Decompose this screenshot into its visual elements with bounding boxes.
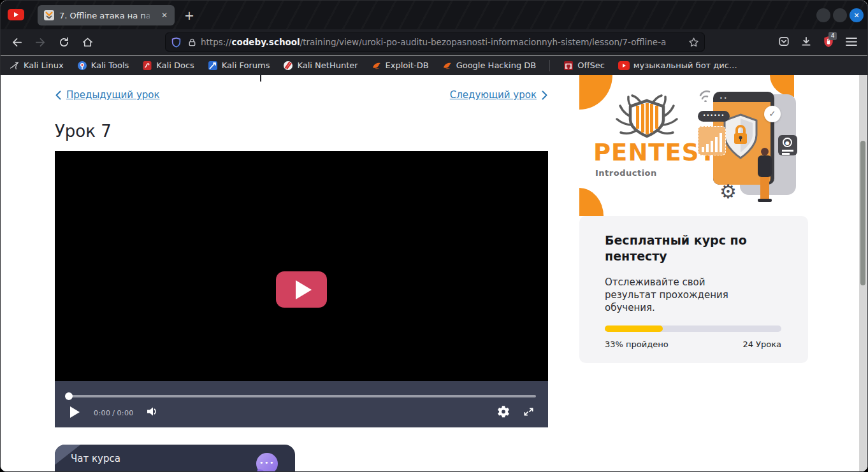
bookmark-kali-linux[interactable]: Kali Linux bbox=[10, 61, 64, 71]
course-progress-card: Бесплатный курс по пентесту Отслеживайте… bbox=[579, 216, 808, 363]
wifi-icon bbox=[698, 87, 714, 102]
bookmark-label: Kali NetHunter bbox=[297, 61, 358, 70]
url-text: https://codeby.school/training/view/urok… bbox=[201, 37, 666, 47]
time-current: 0:00 bbox=[94, 409, 110, 417]
banner-orange-corner-bottom-left bbox=[579, 188, 604, 216]
tab-title-fade bbox=[140, 10, 157, 21]
reload-button[interactable] bbox=[57, 35, 71, 49]
page-scrollbar-track[interactable] bbox=[859, 75, 867, 472]
lock-icon[interactable] bbox=[187, 38, 197, 47]
lesson-title: Урок 7 bbox=[55, 122, 112, 141]
bookmark-google-hacking-db[interactable]: Google Hacking DB bbox=[442, 61, 537, 71]
kali-docs-icon bbox=[142, 61, 152, 71]
kali-tools-icon bbox=[77, 61, 87, 71]
bookmarks-separator bbox=[549, 60, 550, 71]
bookmarks-bar: Kali Linux Kali Tools Kali Docs Kali For… bbox=[1, 55, 867, 75]
progress-fill bbox=[605, 325, 663, 332]
offsec-icon bbox=[563, 61, 574, 71]
video-seek-bar[interactable] bbox=[67, 395, 536, 397]
chat-bubble-tail bbox=[256, 469, 264, 472]
course-banner: PENTEST Introduction •• ✓ bbox=[579, 75, 808, 216]
next-lesson-link[interactable]: Следующий урок bbox=[450, 89, 548, 101]
kali-dragon-icon bbox=[10, 61, 20, 71]
new-tab-button[interactable]: + bbox=[182, 8, 196, 22]
bookmark-kali-docs[interactable]: Kali Docs bbox=[142, 61, 194, 71]
bookmark-star-icon[interactable] bbox=[688, 37, 699, 48]
course-chat-widget[interactable]: Чат курса ••• bbox=[55, 445, 295, 472]
fullscreen-button[interactable] bbox=[523, 406, 535, 418]
forward-button[interactable] bbox=[33, 35, 47, 49]
kali-nethunter-icon bbox=[283, 61, 293, 71]
bookmark-offsec[interactable]: OffSec bbox=[563, 61, 605, 71]
bookmark-label: музыкальный бот дис… bbox=[633, 61, 737, 70]
back-button[interactable] bbox=[10, 35, 24, 49]
browser-window: 7. Offline атака на пароли ✕ + ✕ bbox=[0, 0, 868, 472]
play-button[interactable] bbox=[70, 406, 80, 418]
time-total: 0:00 bbox=[117, 409, 133, 417]
downloads-icon[interactable] bbox=[800, 36, 812, 47]
bookmark-label: Kali Forums bbox=[222, 61, 270, 70]
home-button[interactable] bbox=[80, 35, 94, 49]
tracking-protection-shield-icon[interactable] bbox=[171, 37, 182, 48]
extension-icon[interactable]: 4 bbox=[823, 36, 834, 48]
video-player: 0:00/0:00 bbox=[55, 151, 548, 427]
bookmark-label: Google Hacking DB bbox=[456, 61, 537, 70]
next-lesson-label: Следующий урок bbox=[450, 89, 537, 101]
bookmark-kali-nethunter[interactable]: Kali NetHunter bbox=[283, 61, 358, 71]
url-fade bbox=[663, 36, 685, 49]
pocket-icon[interactable] bbox=[778, 36, 790, 47]
clipped-heading-descender bbox=[260, 75, 261, 82]
bookmark-music-bot[interactable]: музыкальный бот дис… bbox=[618, 61, 737, 70]
kali-forums-icon bbox=[208, 61, 218, 71]
chat-bubble-dots: ••• bbox=[256, 459, 278, 467]
bookmark-label: Exploit-DB bbox=[386, 61, 429, 70]
active-tab[interactable]: 7. Offline атака на пароли ✕ bbox=[38, 5, 175, 25]
lessons-count-label: 24 Урока bbox=[742, 340, 781, 349]
tab-bar: 7. Offline атака на пароли ✕ + ✕ bbox=[1, 1, 867, 29]
bookmark-kali-forums[interactable]: Kali Forums bbox=[208, 61, 270, 71]
person-figure bbox=[756, 148, 773, 206]
pentest-spider-logo-icon bbox=[610, 93, 684, 141]
video-seek-handle[interactable] bbox=[65, 392, 73, 400]
settings-gear-button[interactable] bbox=[497, 405, 510, 418]
bookmark-kali-tools[interactable]: Kali Tools bbox=[77, 61, 129, 71]
course-progress-labels: 33% пройдено 24 Урока bbox=[605, 340, 781, 349]
navigation-toolbar: https://codeby.school/training/view/urok… bbox=[1, 29, 867, 55]
prev-lesson-link[interactable]: Предыдущий урок bbox=[55, 89, 160, 101]
exploit-db-bird-icon bbox=[372, 61, 382, 71]
video-time: 0:00/0:00 bbox=[94, 409, 134, 417]
tab-close-button[interactable]: ✕ bbox=[158, 9, 171, 22]
chat-bubble-icon[interactable]: ••• bbox=[256, 453, 278, 472]
bar-chart-icon bbox=[698, 126, 726, 155]
url-host: codeby.school bbox=[231, 37, 300, 47]
youtube-icon bbox=[618, 61, 630, 70]
page-scrollbar-thumb[interactable] bbox=[860, 141, 865, 285]
banner-subtitle: Introduction bbox=[595, 168, 657, 178]
window-close-button[interactable]: ✕ bbox=[850, 8, 864, 22]
volume-button[interactable] bbox=[145, 405, 159, 418]
chevron-left-icon bbox=[55, 90, 62, 100]
bookmark-label: OffSec bbox=[577, 61, 605, 70]
extension-badge: 4 bbox=[828, 32, 837, 40]
course-card-title: Бесплатный курс по пентесту bbox=[605, 232, 777, 264]
youtube-icon bbox=[14, 12, 18, 17]
bookmark-exploit-db[interactable]: Exploit-DB bbox=[372, 61, 429, 71]
page-content: Предыдущий урок Следующий урок Урок 7 0:… bbox=[1, 75, 868, 472]
bookmark-label: Kali Tools bbox=[91, 61, 129, 70]
pinned-tab-youtube[interactable] bbox=[8, 9, 24, 20]
video-control-bar: 0:00/0:00 bbox=[55, 381, 548, 427]
minimize-button[interactable] bbox=[816, 8, 830, 22]
course-progress-bar bbox=[605, 325, 781, 332]
maximize-button[interactable] bbox=[833, 8, 847, 22]
video-screen[interactable] bbox=[55, 151, 548, 381]
menu-hamburger-icon[interactable] bbox=[846, 37, 857, 46]
url-bar[interactable]: https://codeby.school/training/view/urok… bbox=[165, 32, 705, 52]
progress-percent-label: 33% пройдено bbox=[605, 340, 669, 349]
tablet-header-dots: •• bbox=[720, 96, 728, 101]
tab-title: 7. Offline атака на пароли bbox=[59, 11, 150, 20]
video-big-play-button[interactable] bbox=[276, 271, 327, 308]
gear-icon: ⚙ bbox=[720, 182, 737, 201]
chevron-right-icon bbox=[541, 90, 548, 100]
bookmark-label: Kali Linux bbox=[24, 61, 64, 70]
prev-lesson-label: Предыдущий урок bbox=[66, 89, 160, 101]
